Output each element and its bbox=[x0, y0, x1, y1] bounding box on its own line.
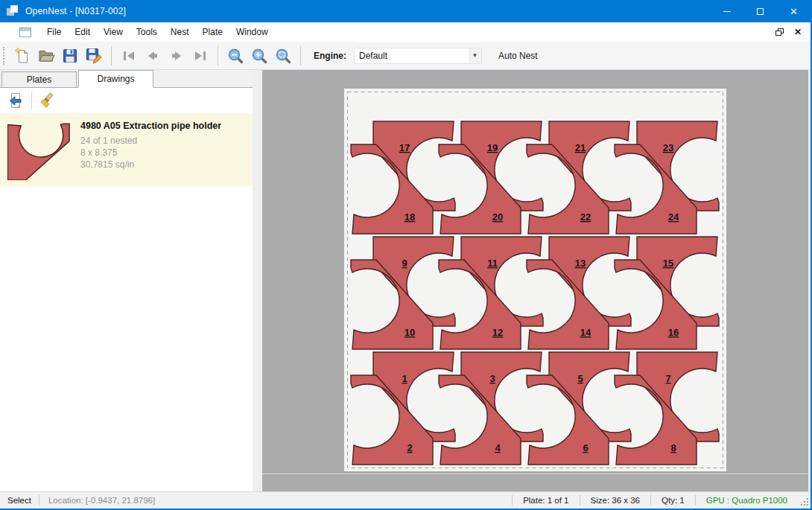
status-qty: Qty: 1 bbox=[651, 496, 695, 505]
app-icon bbox=[7, 5, 19, 17]
svg-text:9: 9 bbox=[402, 258, 407, 269]
auto-nest-button[interactable]: Auto Nest bbox=[494, 48, 542, 64]
svg-text:3: 3 bbox=[489, 373, 495, 384]
menu-tools[interactable]: Tools bbox=[130, 22, 164, 42]
main-area: Plates Drawings bbox=[0, 70, 811, 491]
go-previous-icon bbox=[144, 47, 162, 65]
drawing-list-item[interactable]: 4980 A05 Extraction pipe holder 24 of 1 … bbox=[0, 113, 253, 186]
canvas-bottom-strip bbox=[262, 474, 808, 491]
svg-text:7: 7 bbox=[665, 373, 670, 384]
save-as-button[interactable] bbox=[83, 45, 104, 66]
svg-text:15: 15 bbox=[663, 258, 673, 269]
close-icon: ✕ bbox=[790, 7, 798, 16]
go-next-button[interactable] bbox=[166, 45, 187, 66]
status-size: Size: 36 x 36 bbox=[580, 496, 650, 505]
mdi-document-icon[interactable] bbox=[19, 28, 31, 37]
svg-text:8: 8 bbox=[670, 442, 676, 453]
new-file-button[interactable] bbox=[12, 45, 33, 66]
clear-drawings-button[interactable] bbox=[38, 90, 59, 111]
app-window: OpenNest - [N0317-002] ✕ File Edit View … bbox=[0, 0, 812, 510]
zoom-in-icon bbox=[250, 47, 268, 65]
svg-text:23: 23 bbox=[663, 142, 673, 153]
resize-grip[interactable] bbox=[799, 498, 808, 507]
svg-text:16: 16 bbox=[668, 327, 679, 338]
mdi-close-button[interactable]: ✕ bbox=[794, 28, 802, 36]
drawing-area: 30.7815 sq/in bbox=[80, 159, 221, 170]
main-toolbar: Engine: Default ▼ Auto Nest bbox=[0, 42, 811, 70]
svg-text:14: 14 bbox=[580, 327, 591, 338]
svg-text:24: 24 bbox=[668, 211, 679, 223]
save-button[interactable] bbox=[60, 45, 80, 66]
svg-text:2: 2 bbox=[407, 442, 412, 453]
zoom-out-button[interactable] bbox=[225, 45, 246, 66]
svg-text:10: 10 bbox=[405, 327, 415, 338]
drawing-nested-count: 24 of 1 nested bbox=[80, 135, 221, 147]
title-bar: OpenNest - [N0317-002] ✕ bbox=[0, 0, 811, 22]
tab-strip: Plates Drawings bbox=[0, 70, 253, 88]
status-gpu: GPU : Quadro P1000 bbox=[696, 496, 798, 505]
svg-text:4: 4 bbox=[495, 442, 501, 453]
drawings-toolbar bbox=[0, 88, 253, 113]
svg-text:1: 1 bbox=[402, 373, 407, 384]
go-previous-button[interactable] bbox=[142, 45, 163, 66]
engine-combobox[interactable]: Default ▼ bbox=[354, 48, 482, 64]
zoom-fit-button[interactable] bbox=[273, 45, 294, 66]
svg-text:5: 5 bbox=[577, 373, 583, 384]
import-drawing-icon bbox=[6, 92, 24, 109]
svg-text:21: 21 bbox=[575, 142, 586, 153]
go-first-icon bbox=[120, 47, 138, 65]
window-title: OpenNest - [N0317-002] bbox=[25, 6, 126, 16]
svg-text:19: 19 bbox=[487, 142, 498, 153]
zoom-out-icon bbox=[226, 47, 244, 65]
nesting-svg: 123456789101112131415161718192021222324 bbox=[262, 70, 808, 474]
drawings-panel: 4980 A05 Extraction pipe holder 24 of 1 … bbox=[0, 88, 253, 491]
open-folder-icon bbox=[37, 47, 55, 65]
part-thumbnail-svg bbox=[7, 121, 70, 180]
zoom-in-button[interactable] bbox=[249, 45, 270, 66]
svg-text:12: 12 bbox=[492, 327, 503, 338]
mdi-restore-button[interactable] bbox=[775, 28, 784, 36]
save-icon bbox=[61, 47, 79, 65]
status-location: Location: [-0.9437, 21.8796] bbox=[39, 496, 164, 505]
import-drawing-button[interactable] bbox=[4, 90, 25, 111]
svg-text:18: 18 bbox=[405, 211, 415, 223]
menu-nest[interactable]: Nest bbox=[164, 22, 196, 42]
menu-window[interactable]: Window bbox=[229, 22, 275, 42]
menu-plate[interactable]: Plate bbox=[196, 22, 229, 42]
svg-text:6: 6 bbox=[583, 442, 588, 453]
menu-bar: File Edit View Tools Nest Plate Window ✕ bbox=[0, 22, 811, 42]
minimize-button[interactable] bbox=[710, 0, 743, 22]
go-first-button[interactable] bbox=[118, 45, 139, 66]
left-panel: Plates Drawings bbox=[0, 70, 253, 491]
maximize-icon bbox=[757, 8, 764, 15]
nesting-canvas[interactable]: 123456789101112131415161718192021222324 bbox=[262, 70, 808, 474]
menu-edit[interactable]: Edit bbox=[68, 22, 97, 42]
engine-label: Engine: bbox=[314, 51, 346, 61]
canvas-column: 123456789101112131415161718192021222324 bbox=[262, 70, 808, 491]
tab-drawings[interactable]: Drawings bbox=[78, 70, 153, 88]
tab-plates[interactable]: Plates bbox=[1, 71, 77, 87]
menu-file[interactable]: File bbox=[40, 22, 68, 42]
status-plate: Plate: 1 of 1 bbox=[513, 496, 579, 505]
right-edge bbox=[808, 70, 811, 491]
svg-text:17: 17 bbox=[399, 142, 410, 153]
close-button[interactable]: ✕ bbox=[777, 0, 811, 22]
broom-icon bbox=[39, 92, 57, 109]
open-file-button[interactable] bbox=[36, 45, 57, 66]
go-last-button[interactable] bbox=[190, 45, 211, 66]
drawing-size: 8 x 8.375 bbox=[80, 147, 221, 159]
panel-splitter[interactable] bbox=[253, 70, 262, 491]
zoom-fit-icon bbox=[274, 47, 292, 65]
drawing-title: 4980 A05 Extraction pipe holder bbox=[80, 121, 221, 131]
menu-view[interactable]: View bbox=[97, 22, 130, 42]
svg-text:11: 11 bbox=[487, 258, 498, 269]
maximize-button[interactable] bbox=[743, 0, 777, 22]
engine-value: Default bbox=[355, 51, 469, 61]
svg-text:20: 20 bbox=[492, 211, 503, 223]
minimize-icon bbox=[723, 11, 731, 12]
chevron-down-icon[interactable]: ▼ bbox=[469, 48, 481, 63]
toolbar-grip[interactable] bbox=[3, 47, 6, 65]
status-mode: Select bbox=[0, 496, 39, 505]
save-as-icon bbox=[85, 47, 103, 65]
new-file-icon bbox=[13, 47, 31, 65]
